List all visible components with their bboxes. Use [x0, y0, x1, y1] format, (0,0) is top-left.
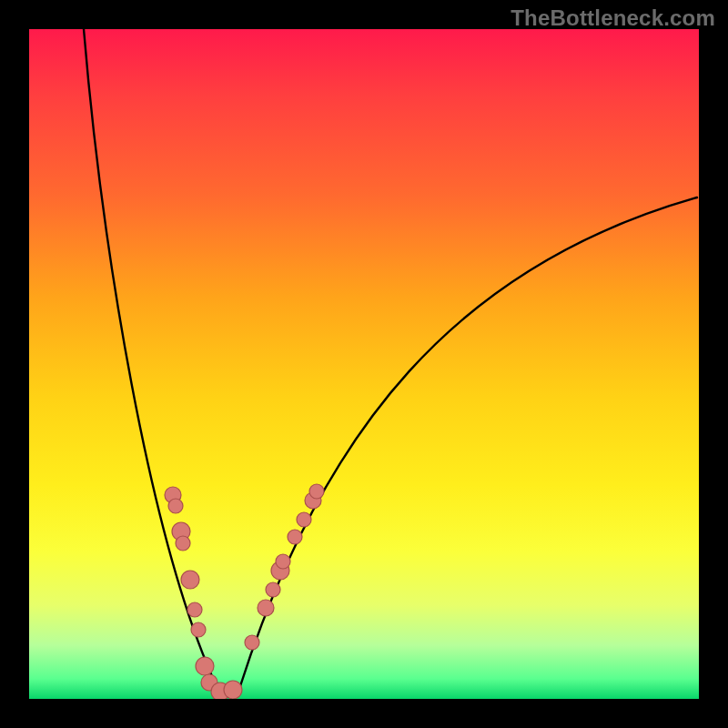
data-marker — [297, 512, 311, 527]
data-marker — [309, 484, 324, 499]
chart-frame: TheBottleneck.com — [0, 0, 728, 728]
data-marker — [245, 635, 259, 650]
data-marker — [258, 600, 274, 616]
data-marker — [224, 681, 242, 699]
marker-layer — [165, 484, 324, 699]
data-marker — [266, 582, 280, 597]
data-marker — [176, 536, 190, 551]
bottleneck-curve — [84, 29, 697, 697]
chart-plot-area — [29, 29, 699, 699]
data-marker — [196, 657, 214, 675]
watermark-text: TheBottleneck.com — [511, 5, 715, 31]
data-marker — [181, 571, 199, 589]
data-marker — [187, 602, 202, 617]
data-marker — [191, 622, 206, 637]
data-marker — [168, 499, 183, 513]
data-marker — [288, 530, 302, 544]
data-marker — [276, 554, 290, 569]
chart-svg — [29, 29, 699, 699]
